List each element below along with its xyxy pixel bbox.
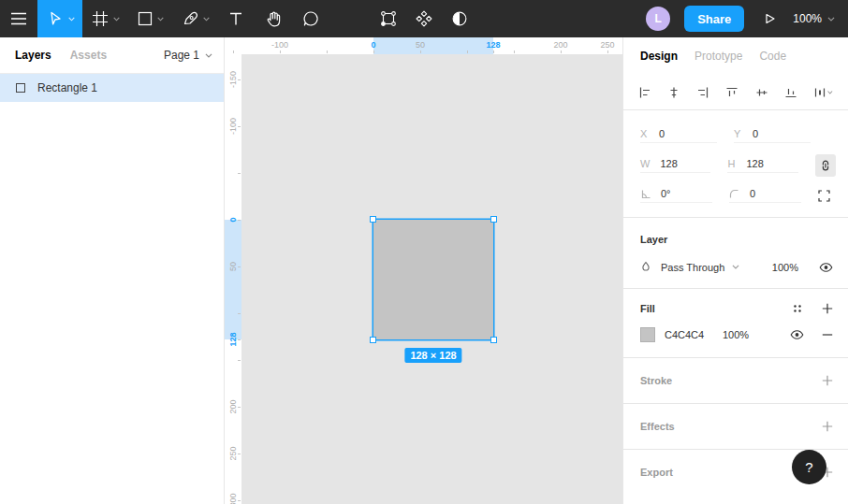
ruler-label: 50: [228, 262, 238, 271]
toolbar-right: L Share 100%: [646, 6, 848, 32]
distribute-spacing-button[interactable]: [812, 85, 833, 100]
hamburger-icon: [10, 12, 27, 25]
tab-assets[interactable]: Assets: [70, 49, 107, 62]
layer-section-heading: Layer: [640, 234, 848, 245]
ruler-label: 0: [228, 217, 238, 222]
comment-tool-button[interactable]: [292, 0, 329, 37]
ruler-label: 0: [371, 40, 375, 50]
page-selector[interactable]: Page 1: [164, 49, 212, 62]
blend-mode-row: Pass Through 100%: [623, 261, 848, 273]
align-left-button[interactable]: [637, 85, 652, 100]
align-horizontal-centers-button[interactable]: [666, 85, 681, 100]
resize-handle-bottom-right[interactable]: [490, 337, 497, 343]
rotation-value: 0°: [661, 188, 671, 199]
selected-rectangle[interactable]: 128 × 128: [373, 220, 493, 339]
move-tool-button[interactable]: [37, 0, 82, 37]
ruler-tick: [238, 454, 241, 454]
horizontal-ruler[interactable]: -100050128200250: [225, 37, 622, 54]
text-tool-button[interactable]: [217, 0, 255, 37]
rotation-row: 0° 0: [623, 180, 848, 210]
width-field[interactable]: W 128: [640, 158, 710, 173]
add-stroke-button[interactable]: [822, 375, 833, 386]
shape-tool-button[interactable]: [127, 0, 172, 37]
resize-handle-bottom-left[interactable]: [370, 337, 376, 343]
height-field[interactable]: H 128: [727, 158, 797, 173]
fill-opacity-field[interactable]: 100%: [723, 329, 749, 340]
ruler-tick: [493, 50, 494, 53]
tab-design[interactable]: Design: [640, 50, 678, 63]
edit-object-button[interactable]: [378, 0, 399, 37]
avatar[interactable]: L: [646, 7, 670, 31]
add-fill-button[interactable]: [822, 303, 833, 314]
independent-corners-button[interactable]: [818, 190, 830, 202]
align-top-button[interactable]: [724, 85, 739, 100]
hand-tool-button[interactable]: [255, 0, 292, 37]
canvas[interactable]: 128 × 128: [241, 54, 622, 504]
present-play-icon[interactable]: [761, 10, 778, 27]
align-bottom-button[interactable]: [783, 85, 798, 100]
canvas-area: -100050128200250 -150-100050128200250300…: [225, 37, 622, 504]
frame-tool-button[interactable]: [82, 0, 127, 37]
tab-layers[interactable]: Layers: [15, 49, 51, 62]
y-position-field[interactable]: Y 0: [734, 128, 811, 143]
position-row: X 0 Y 0: [623, 121, 848, 151]
effects-section-heading: Effects: [640, 421, 675, 432]
layers-panel: Layers Assets Page 1 Rectangle 1: [0, 37, 225, 504]
corner-radius-field[interactable]: 0: [729, 188, 801, 203]
corner-radius-value: 0: [750, 188, 755, 199]
main-menu-button[interactable]: [0, 0, 37, 37]
ruler-tick: [238, 407, 241, 408]
resize-handle-top-left[interactable]: [370, 216, 376, 223]
ruler-tick: [233, 50, 234, 53]
layer-visibility-toggle[interactable]: [819, 262, 833, 273]
y-label: Y: [734, 128, 742, 139]
fill-hex-field[interactable]: C4C4C4: [665, 329, 723, 340]
ruler-tick: [238, 126, 241, 127]
fill-section-header: Fill: [623, 303, 848, 314]
ruler-tick: [467, 50, 468, 53]
help-button[interactable]: ?: [792, 450, 826, 484]
comment-bubble-icon: [301, 9, 320, 28]
x-position-field[interactable]: X 0: [640, 128, 717, 143]
layer-opacity-field[interactable]: 100%: [772, 262, 798, 273]
tab-code[interactable]: Code: [759, 50, 786, 63]
resize-handle-top-right[interactable]: [490, 216, 497, 223]
ruler-tick: [238, 313, 241, 314]
add-effect-button[interactable]: [822, 421, 833, 432]
rotation-angle-icon: [640, 189, 651, 199]
ruler-tick: [238, 266, 241, 267]
fill-visibility-toggle[interactable]: [790, 329, 804, 340]
ruler-selection-highlight: [225, 220, 241, 339]
zoom-level-dropdown[interactable]: 100%: [793, 12, 835, 25]
align-vertical-centers-button[interactable]: [754, 85, 769, 100]
layer-row-rectangle-1[interactable]: Rectangle 1: [0, 74, 224, 102]
expand-corners-icon: [818, 190, 830, 202]
remove-fill-button[interactable]: [822, 329, 833, 340]
ruler-tick: [238, 500, 241, 501]
fill-color-swatch[interactable]: [640, 327, 655, 342]
chevron-down-icon: [157, 17, 164, 22]
mask-button[interactable]: [449, 0, 470, 37]
ruler-tick: [280, 50, 281, 53]
minus-icon: [822, 329, 833, 340]
ruler-selection-highlight: [373, 37, 493, 54]
pen-tool-icon: [181, 9, 199, 28]
vertical-ruler[interactable]: -150-100050128200250300: [225, 54, 241, 504]
tab-prototype[interactable]: Prototype: [694, 50, 742, 63]
rectangle-layer-icon: [16, 83, 25, 93]
share-button[interactable]: Share: [684, 6, 744, 32]
rotation-field[interactable]: 0°: [640, 188, 712, 203]
h-label: H: [727, 158, 736, 169]
align-right-button[interactable]: [695, 85, 710, 100]
create-component-button[interactable]: [414, 0, 434, 37]
y-value: 0: [753, 128, 758, 139]
ruler-label: 200: [228, 399, 238, 413]
link-chain-icon: [820, 159, 831, 172]
blend-mode-dropdown[interactable]: Pass Through: [661, 262, 724, 273]
constrain-proportions-button[interactable]: [815, 154, 836, 177]
stroke-section-heading: Stroke: [640, 375, 672, 386]
stroke-section: Stroke: [623, 357, 848, 403]
pen-tool-button[interactable]: [172, 0, 217, 37]
fill-styles-button[interactable]: [792, 303, 803, 314]
ruler-label: 300: [228, 493, 238, 504]
